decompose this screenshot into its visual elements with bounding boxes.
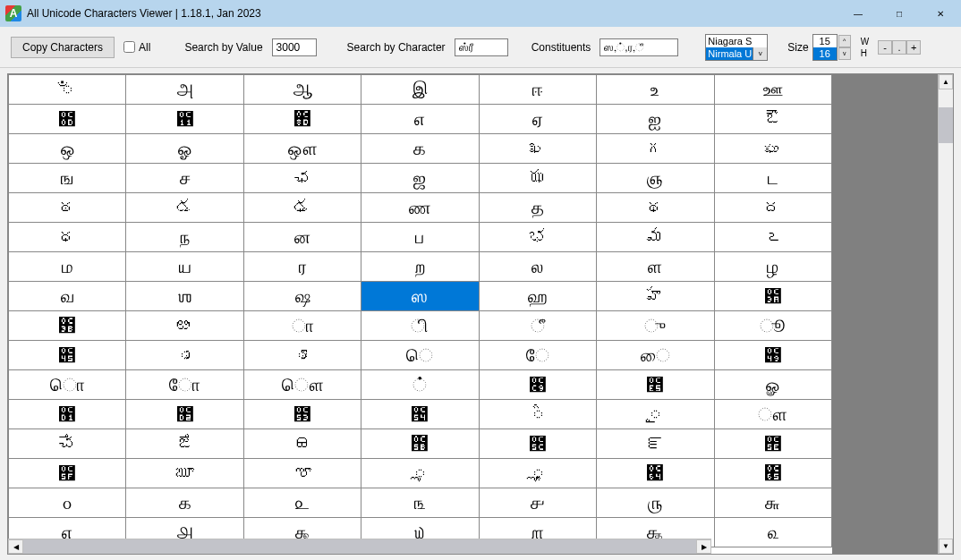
char-cell[interactable]: ோ — [126, 370, 243, 400]
char-cell[interactable]: ி — [361, 311, 479, 341]
char-cell[interactable]: ౄ — [243, 341, 361, 370]
copy-characters-button[interactable]: Copy Characters — [11, 37, 115, 58]
char-cell[interactable]: ౠ — [126, 459, 243, 488]
char-cell[interactable]: ை — [597, 341, 714, 370]
char-cell[interactable]: ௩ — [361, 488, 479, 518]
char-cell[interactable]: ெ — [361, 341, 479, 370]
char-cell[interactable]: ౙ — [126, 429, 243, 459]
char-cell[interactable]: ఴ — [126, 311, 243, 341]
char-cell[interactable]: ఖ — [479, 134, 596, 164]
char-cell[interactable]: ౡ — [243, 459, 361, 488]
char-cell[interactable]: ౓ — [243, 400, 361, 429]
char-cell[interactable]: ஈ — [479, 75, 596, 105]
char-cell[interactable]: ఑ — [126, 105, 243, 134]
char-cell[interactable]: உ — [597, 75, 714, 105]
char-cell[interactable]: ௗ — [714, 400, 831, 429]
char-cell[interactable]: ு — [597, 311, 714, 341]
char-cell[interactable]: ౔ — [361, 400, 479, 429]
char-cell[interactable]: ம — [9, 252, 126, 282]
char-cell[interactable]: ூ — [714, 311, 831, 341]
char-cell[interactable]: அ — [126, 75, 243, 105]
char-cell[interactable]: ௳ — [714, 518, 831, 547]
char-cell[interactable]: ౥ — [714, 459, 831, 488]
char-cell[interactable]: హ — [597, 282, 714, 311]
all-checkbox-label[interactable]: All — [123, 41, 150, 54]
char-cell[interactable]: ೒ — [126, 400, 243, 429]
char-cell[interactable]: ౘ — [9, 429, 126, 459]
char-cell[interactable]: ౉ — [714, 341, 831, 370]
char-cell[interactable]: ே — [479, 341, 596, 370]
char-cell[interactable]: ఔ — [714, 105, 831, 134]
char-cell[interactable]: ர — [243, 252, 361, 282]
maximize-button[interactable]: □ — [879, 0, 920, 27]
char-cell[interactable]: ந — [126, 223, 243, 252]
char-cell[interactable]: ౖ — [597, 400, 714, 429]
char-cell[interactable]: ౝ — [597, 429, 714, 459]
vertical-scrollbar[interactable]: ▲ ▼ — [938, 74, 953, 554]
char-cell[interactable]: ட — [714, 164, 831, 193]
zoom-minus-button[interactable]: - — [878, 40, 892, 55]
char-cell[interactable]: గ — [597, 134, 714, 164]
char-cell[interactable]: ౤ — [597, 459, 714, 488]
char-cell[interactable]: ಍ — [243, 105, 361, 134]
char-cell[interactable]: ஜ — [361, 164, 479, 193]
zoom-dot-button[interactable]: . — [892, 40, 906, 55]
char-cell[interactable]: க — [361, 134, 479, 164]
size-option-1[interactable]: 16 — [813, 47, 837, 60]
hscroll-thumb[interactable] — [23, 539, 696, 554]
char-cell[interactable]: ௦ — [9, 488, 126, 518]
char-cell[interactable]: ௧ — [126, 488, 243, 518]
char-cell[interactable]: ௌ — [243, 370, 361, 400]
char-cell[interactable]: మ — [597, 223, 714, 252]
char-cell[interactable]: ச — [126, 164, 243, 193]
char-cell[interactable]: థ — [597, 193, 714, 223]
char-cell[interactable]: ன — [243, 223, 361, 252]
char-cell[interactable]: ீ — [479, 311, 596, 341]
char-cell[interactable]: ఀ — [9, 75, 126, 105]
char-cell[interactable]: ౜ — [479, 429, 596, 459]
char-cell[interactable]: ద — [714, 193, 831, 223]
char-cell[interactable]: ௨ — [243, 488, 361, 518]
vscroll-down-icon[interactable]: ▼ — [939, 539, 953, 554]
char-cell[interactable]: ் — [361, 370, 479, 400]
char-cell[interactable]: ౢ — [361, 459, 479, 488]
char-cell[interactable]: ౣ — [479, 459, 596, 488]
char-cell[interactable]: ண — [361, 193, 479, 223]
horizontal-scrollbar[interactable]: ◀ ▶ — [8, 539, 711, 554]
size-option-0[interactable]: 15 — [813, 35, 837, 47]
char-cell[interactable]: ౕ — [479, 400, 596, 429]
char-cell[interactable]: భ — [479, 223, 596, 252]
close-button[interactable]: ✕ — [920, 0, 961, 27]
vscroll-thumb[interactable] — [939, 107, 953, 143]
char-cell[interactable]: ౅ — [9, 341, 126, 370]
size-down-icon[interactable]: v — [838, 47, 851, 60]
char-cell[interactable]: ல — [479, 252, 596, 282]
size-up-icon[interactable]: ^ — [838, 35, 851, 47]
char-cell[interactable]: ஓ — [126, 134, 243, 164]
char-cell[interactable]: ఺ — [714, 282, 831, 311]
char-cell[interactable]: த — [479, 193, 596, 223]
char-cell[interactable]: ஆ — [243, 75, 361, 105]
char-cell[interactable]: ள — [597, 252, 714, 282]
search-value-input[interactable] — [272, 38, 317, 56]
char-cell[interactable]: ஶ — [126, 282, 243, 311]
char-cell[interactable]: ஹ — [479, 282, 596, 311]
char-cell[interactable]: ధ — [9, 223, 126, 252]
font-select[interactable]: Niagara S Nirmala U v — [705, 34, 768, 61]
char-cell[interactable]: வ — [9, 282, 126, 311]
char-cell[interactable]: ౚ — [243, 429, 361, 459]
char-cell[interactable]: ௪ — [479, 488, 596, 518]
char-cell[interactable]: ொ — [9, 370, 126, 400]
char-cell[interactable]: ஸ — [361, 282, 479, 311]
font-option-0[interactable]: Niagara S — [706, 35, 767, 47]
char-cell[interactable]: ఝ — [479, 164, 596, 193]
vscroll-up-icon[interactable]: ▲ — [939, 74, 953, 89]
char-cell[interactable]: ா — [243, 311, 361, 341]
char-cell[interactable]: ృ — [126, 341, 243, 370]
char-cell[interactable]: ழ — [714, 252, 831, 282]
char-cell[interactable]: ஐ — [597, 105, 714, 134]
char-cell[interactable]: ஔ — [243, 134, 361, 164]
char-cell[interactable]: ఻ — [9, 311, 126, 341]
char-cell[interactable]: ఍ — [9, 105, 126, 134]
char-cell[interactable]: ஞ — [597, 164, 714, 193]
